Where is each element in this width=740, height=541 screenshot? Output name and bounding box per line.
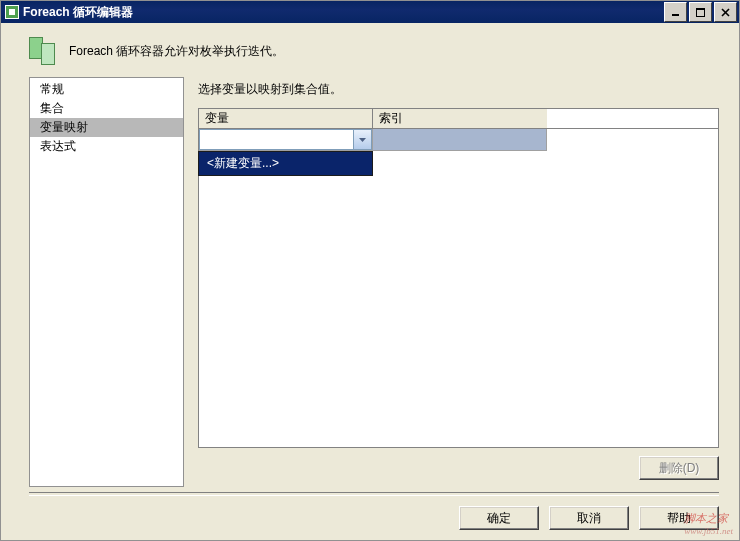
header: Foreach 循环容器允许对枚举执行迭代。 [1, 23, 739, 77]
grid-row [199, 129, 718, 151]
delete-row: 删除(D) [198, 448, 719, 480]
sidebar: 常规 集合 变量映射 表达式 [29, 77, 184, 487]
foreach-icon [29, 37, 57, 67]
window-title: Foreach 循环编辑器 [23, 4, 662, 21]
help-button[interactable]: 帮助 [639, 506, 719, 530]
header-description: Foreach 循环容器允许对枚举执行迭代。 [69, 37, 284, 60]
sidebar-item-general[interactable]: 常规 [30, 80, 183, 99]
ok-button[interactable]: 确定 [459, 506, 539, 530]
window: Foreach 循环编辑器 Foreach 循环容器允许对枚举执行迭代。 常规 … [0, 0, 740, 541]
window-controls [662, 1, 739, 23]
minimize-button[interactable] [664, 2, 687, 22]
cancel-button[interactable]: 取消 [549, 506, 629, 530]
variable-dropdown[interactable]: <新建变量...> [198, 151, 373, 176]
footer: 确定 取消 帮助 [1, 496, 739, 540]
dropdown-button[interactable] [353, 130, 371, 149]
svg-marker-5 [359, 138, 366, 142]
maximize-button[interactable] [689, 2, 712, 22]
sidebar-item-expressions[interactable]: 表达式 [30, 137, 183, 156]
close-button[interactable] [714, 2, 737, 22]
variable-combobox[interactable] [199, 129, 372, 150]
column-header-variable[interactable]: 变量 [199, 109, 373, 129]
grid-header-row: 变量 索引 [199, 109, 718, 129]
mapping-grid: 变量 索引 [198, 108, 719, 448]
content-panel: 选择变量以映射到集合值。 变量 索引 [198, 77, 719, 487]
sidebar-item-collection[interactable]: 集合 [30, 99, 183, 118]
delete-button[interactable]: 删除(D) [639, 456, 719, 480]
column-header-index[interactable]: 索引 [373, 109, 547, 129]
main-area: 常规 集合 变量映射 表达式 选择变量以映射到集合值。 变量 索引 [1, 77, 739, 488]
cell-variable[interactable] [199, 129, 373, 151]
sidebar-item-variable-mapping[interactable]: 变量映射 [30, 118, 183, 137]
grid-header-spacer [547, 109, 718, 129]
titlebar: Foreach 循环编辑器 [1, 1, 739, 23]
svg-rect-0 [672, 14, 679, 16]
app-icon [5, 5, 19, 19]
instruction-text: 选择变量以映射到集合值。 [198, 77, 719, 108]
dropdown-item-new-variable[interactable]: <新建变量...> [199, 152, 372, 175]
variable-value[interactable] [200, 130, 353, 149]
chevron-down-icon [359, 138, 366, 142]
cell-index[interactable] [373, 129, 547, 151]
svg-rect-2 [696, 8, 705, 10]
